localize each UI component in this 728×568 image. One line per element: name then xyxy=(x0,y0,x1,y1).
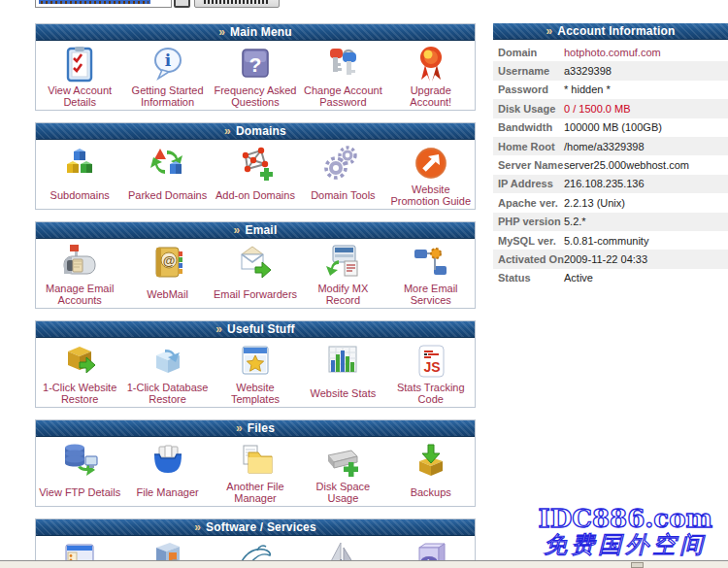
search-input[interactable] xyxy=(35,0,172,8)
section-title: Email xyxy=(245,223,277,237)
svg-text:JS: JS xyxy=(423,359,440,375)
account-row-value: 2.2.13 (Unix) xyxy=(564,197,625,209)
templates-icon xyxy=(236,342,275,381)
svg-text:i: i xyxy=(164,50,171,70)
account-rows: Domain hotphoto.comuf.com Username a3329… xyxy=(493,43,728,287)
menu-item-templates[interactable]: Website Templates xyxy=(212,338,299,407)
account-row-value[interactable]: hotphoto.comuf.com xyxy=(564,47,661,58)
header-marker: » xyxy=(224,124,231,138)
section-header: »Useful Stuff xyxy=(36,321,475,338)
watermark-site: IDC886.com xyxy=(539,506,712,531)
menu-item-mx-record[interactable]: Modify MX Record xyxy=(299,239,386,308)
menu-item-folder[interactable]: Another File Manager xyxy=(212,437,299,506)
menu-item-info-bubble[interactable]: i Getting Started Information xyxy=(123,41,211,110)
menu-item-account-details[interactable]: View Account Details xyxy=(36,41,123,110)
menu-item-label: Stats Tracking Code xyxy=(387,381,475,407)
horizontal-scrollbar[interactable] xyxy=(0,560,728,568)
create-new-button[interactable] xyxy=(194,0,280,8)
menu-item-label: View FTP Details xyxy=(37,480,122,506)
account-row-label: Home Root xyxy=(498,141,564,152)
account-row-value: * hidden * xyxy=(564,84,611,95)
upgrade-ribbon-icon xyxy=(412,45,450,84)
menu-item-promotion-arrow[interactable]: Website Promotion Guide xyxy=(387,140,475,209)
menu-item-label: Getting Started Information xyxy=(123,84,211,110)
menu-item-label: 1-Click Website Restore xyxy=(36,381,123,407)
menu-item-backups[interactable]: Backups xyxy=(387,437,475,506)
section-title: Software / Services xyxy=(206,520,316,534)
account-row-label: IP Address xyxy=(498,178,564,189)
account-row-value: 2009-11-22 04:33 xyxy=(564,253,647,265)
section-items: View FTP Details File Manager Another Fi… xyxy=(36,437,475,506)
menu-item-label: Subdomains xyxy=(49,183,112,209)
menu-item-addon-domains[interactable]: Add-on Domains xyxy=(212,140,299,209)
js-code-icon: JS xyxy=(412,342,450,381)
menu-item-database-restore[interactable]: 1-Click Database Restore xyxy=(123,338,211,407)
file-manager-icon xyxy=(149,441,187,480)
account-row-value: 5.2.* xyxy=(564,216,586,227)
account-row-value: 216.108.235.136 xyxy=(564,178,645,189)
menu-item-website-restore[interactable]: 1-Click Website Restore xyxy=(36,338,123,407)
section-title: Domains xyxy=(236,124,286,138)
menu-item-label: Parked Domains xyxy=(126,183,209,209)
promotion-arrow-icon xyxy=(412,144,450,183)
menu-item-upgrade-ribbon[interactable]: Upgrade Account! xyxy=(387,41,475,110)
scrollbar-notch[interactable] xyxy=(631,562,644,568)
menu-item-label: Frequency Asked Questions xyxy=(212,84,299,110)
header-marker: » xyxy=(215,322,222,336)
menu-item-label: View Account Details xyxy=(36,84,123,110)
section-items: Subdomains Parked Domains Add-on Domains… xyxy=(36,140,475,209)
disk-icon xyxy=(323,441,362,480)
go-button[interactable] xyxy=(174,0,190,8)
svg-text:?: ? xyxy=(249,53,262,76)
menu-item-keys[interactable]: Change Account Password xyxy=(299,41,386,110)
menu-item-gears[interactable]: Domain Tools xyxy=(299,140,386,209)
gears-icon xyxy=(323,144,362,183)
menu-item-question[interactable]: ? Frequency Asked Questions xyxy=(212,41,299,110)
menu-item-file-manager[interactable]: File Manager xyxy=(123,437,211,506)
sections-column: »Main Menu View Account Details i Gettin… xyxy=(35,23,476,568)
parked-domains-icon xyxy=(149,144,187,183)
menu-item-label: Domain Tools xyxy=(309,183,377,209)
account-info-panel: »Account Information Domain hotphoto.com… xyxy=(493,23,728,287)
addon-domains-icon xyxy=(236,144,275,183)
menu-item-ftp[interactable]: View FTP Details xyxy=(36,437,123,506)
menu-section: »Main Menu View Account Details i Gettin… xyxy=(35,23,476,111)
menu-item-envelope-forward[interactable]: Email Forwarders xyxy=(212,239,299,308)
account-row: Home Root /home/a3329398 xyxy=(493,137,728,155)
header-marker: » xyxy=(194,520,201,534)
account-row-label: Server Name xyxy=(498,159,564,171)
svg-text:@: @ xyxy=(162,253,175,268)
menu-item-js-code[interactable]: JS Stats Tracking Code xyxy=(387,338,475,407)
menu-item-disk[interactable]: Disk Space Usage xyxy=(299,437,386,506)
question-icon: ? xyxy=(236,45,275,84)
menu-item-stats-chart[interactable]: Website Stats xyxy=(299,338,386,407)
account-row-value: 100000 MB (100GB) xyxy=(564,121,662,133)
menu-item-email-services[interactable]: More Email Services xyxy=(387,239,475,308)
menu-item-address-book[interactable]: @ WebMail xyxy=(123,239,211,308)
menu-item-label: Modify MX Record xyxy=(299,282,386,308)
section-items: 1-Click Website Restore 1-Click Database… xyxy=(36,338,475,407)
menu-item-label: More Email Services xyxy=(387,282,475,308)
menu-item-label: Disk Space Usage xyxy=(299,480,386,506)
account-row-label: Password xyxy=(498,84,564,95)
account-row-label: PHP version xyxy=(498,216,564,227)
account-row: Bandwidth 100000 MB (100GB) xyxy=(493,118,728,137)
account-row-label: Status xyxy=(498,272,564,284)
account-row: Status Active xyxy=(493,269,728,287)
menu-item-label: File Manager xyxy=(134,480,200,506)
account-row-value: 5.0.81-community xyxy=(564,235,648,247)
mailbox-icon xyxy=(60,243,99,282)
account-row-value: Active xyxy=(564,272,593,284)
menu-item-parked-domains[interactable]: Parked Domains xyxy=(123,140,211,209)
menu-item-label: Upgrade Account! xyxy=(387,84,475,110)
menu-item-mailbox[interactable]: Manage Email Accounts xyxy=(36,239,123,308)
envelope-forward-icon xyxy=(236,243,275,282)
section-items: View Account Details i Getting Started I… xyxy=(36,41,475,110)
menu-item-label: Website Templates xyxy=(212,381,299,407)
website-restore-icon xyxy=(60,342,99,381)
account-row: Password * hidden * xyxy=(493,81,728,99)
backups-icon xyxy=(412,441,450,480)
account-row: PHP version 5.2.* xyxy=(493,213,728,231)
mx-record-icon xyxy=(323,243,362,282)
menu-item-cubes[interactable]: Subdomains xyxy=(36,140,123,209)
